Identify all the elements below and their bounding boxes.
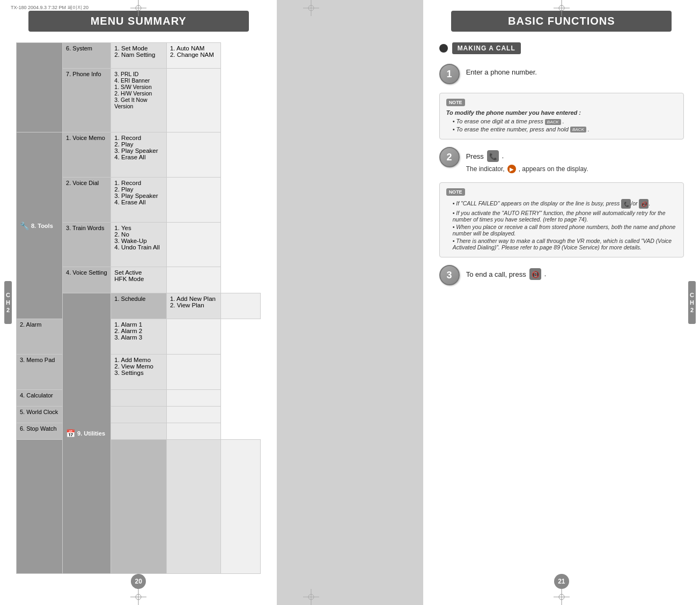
menu-table: 6. System 1. Set Mode2. Nam Setting 1. A… <box>16 42 261 574</box>
section-utilities-label: 📅 9. Utilities <box>63 293 111 573</box>
utilities-icon: 📅 <box>66 429 75 438</box>
making-a-call-dot <box>439 44 448 53</box>
ch2-label-right: C H 2 <box>688 281 696 324</box>
note-bullet-2d: • There is another way to make a call th… <box>453 238 677 250</box>
section-system <box>17 43 63 132</box>
nav-indicator-icon: ▶ <box>507 164 517 174</box>
step-3: 3 To end a call, press 📵 . <box>439 265 684 285</box>
table-row: 6. System 1. Set Mode2. Nam Setting 1. A… <box>17 43 261 69</box>
step-1-text: Enter a phone number. <box>466 68 537 76</box>
making-a-call-box: MAKING A CALL <box>452 42 521 54</box>
crosshair-top-right <box>554 0 570 16</box>
ch2-label-left: C H 2 <box>4 281 12 324</box>
table-row: 2. Alarm 1. Alarm 12. Alarm 23. Alarm 3 <box>17 319 261 355</box>
phone-send-icon: 📞 <box>487 150 499 162</box>
crosshair-bottom-right <box>554 589 570 605</box>
step-2-subtext: The indicator, ▶ , appears on the displa… <box>466 164 684 174</box>
note-title-1: To modify the phone number you have ente… <box>446 109 677 116</box>
note-bullet-1b: • To erase the entire number, press and … <box>453 126 677 133</box>
end-icon-note: 📵 <box>639 199 649 209</box>
note-label-1: NOTE <box>446 99 465 106</box>
svg-text:📞: 📞 <box>489 152 497 160</box>
tools-icon: 🔧 <box>20 222 29 230</box>
crosshair-top-left <box>130 0 146 16</box>
note-bullet-2c: • When you place or receive a call from … <box>453 224 677 237</box>
left-page: TX-180 2004.9.3 7:32 PM 페이지 20 C H 2 MEN… <box>0 0 277 605</box>
svg-text:▶: ▶ <box>510 166 514 172</box>
step-2-content: Press 📞 . The indicator, ▶ , appears on … <box>466 147 684 174</box>
send-icon-note: 📞 <box>621 199 631 209</box>
page-number-left: 20 <box>131 574 146 589</box>
step-1: 1 Enter a phone number. <box>439 64 684 84</box>
crosshair-center-bottom <box>303 589 319 605</box>
table-row-tools: 🔧 8. Tools 1. Voice Memo 1. Record2. Pla… <box>17 132 261 178</box>
page-number-right: 21 <box>554 574 569 589</box>
tools-label: 8. Tools <box>31 223 53 229</box>
crosshair-center-top <box>303 0 319 16</box>
table-row: 4. Calculator <box>17 390 261 407</box>
table-row: 3. Memo Pad 1. Add Memo2. View Memo3. Se… <box>17 355 261 390</box>
note-box-1: NOTE To modify the phone number you have… <box>439 93 684 139</box>
center-connector <box>277 0 345 605</box>
note-box-2: NOTE • If "CALL FAILED" appears on the d… <box>439 182 684 257</box>
step-3-content: To end a call, press 📵 . <box>466 265 684 280</box>
note-label-2: NOTE <box>446 188 465 196</box>
step-2-text: Press <box>466 152 484 160</box>
file-header: TX-180 2004.9.3 7:32 PM 페이지 20 <box>11 4 89 11</box>
step-3-circle: 3 <box>439 265 460 285</box>
table-row: 6. Stop Watch <box>17 423 261 440</box>
making-a-call-header: MAKING A CALL <box>439 42 684 54</box>
table-row: 5. World Clock <box>17 407 261 423</box>
note-bullet-2a: • If "CALL FAILED" appears on the displa… <box>453 199 677 209</box>
utilities-label: 9. Utilities <box>77 430 105 437</box>
step-2-circle: 2 <box>439 147 460 167</box>
table-row-empty <box>17 440 261 574</box>
step-1-content: Enter a phone number. <box>466 64 684 77</box>
step-2: 2 Press 📞 . The indicator, ▶ , appears o <box>439 147 684 174</box>
section-tools-label: 🔧 8. Tools <box>17 132 63 319</box>
note-bullet-2b: • If you activate the "AUTO RETRY" funct… <box>453 210 677 223</box>
right-page: C H 2 BASIC FUNCTIONS MAKING A CALL 1 En… <box>423 0 700 605</box>
phone-end-icon: 📵 <box>529 268 541 280</box>
note-bullet-1a: • To erase one digit at a time press BAC… <box>453 118 677 125</box>
step-3-text: To end a call, press <box>466 270 526 278</box>
crosshair-bottom-left <box>130 589 146 605</box>
step-1-circle: 1 <box>439 64 460 84</box>
svg-text:📵: 📵 <box>531 270 539 278</box>
